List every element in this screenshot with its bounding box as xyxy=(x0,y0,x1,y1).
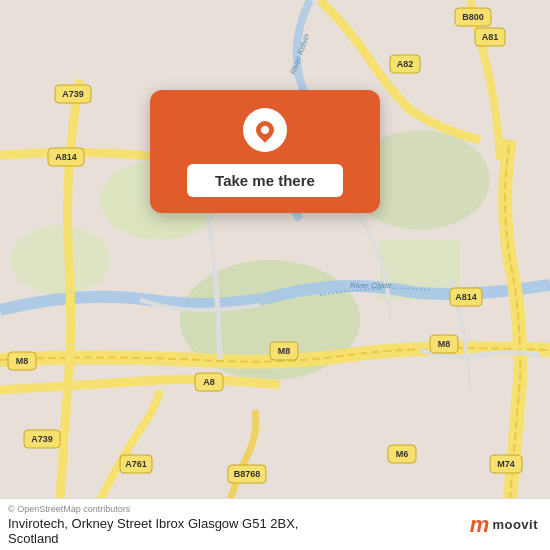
moovit-brand-name: moovit xyxy=(492,517,538,532)
map-background[interactable]: A739 A814 A82 A81 B800 M8 M8 M8 xyxy=(0,0,550,500)
svg-text:M74: M74 xyxy=(497,459,515,469)
location-address: Invirotech, Orkney Street Ibrox Glasgow … xyxy=(8,516,298,531)
location-region: Scotland xyxy=(8,531,298,546)
svg-text:A739: A739 xyxy=(31,434,53,444)
svg-text:A814: A814 xyxy=(455,292,477,302)
svg-point-5 xyxy=(10,225,110,295)
bottom-bar: © OpenStreetMap contributors Invirotech,… xyxy=(0,498,550,550)
svg-text:River Clyde: River Clyde xyxy=(350,281,392,290)
svg-text:A761: A761 xyxy=(125,459,147,469)
svg-text:M8: M8 xyxy=(16,356,29,366)
svg-text:M8: M8 xyxy=(278,346,291,356)
svg-text:A814: A814 xyxy=(55,152,77,162)
svg-text:A8: A8 xyxy=(203,377,215,387)
svg-text:A739: A739 xyxy=(62,89,84,99)
svg-text:A81: A81 xyxy=(482,32,499,42)
moovit-logo: m moovit xyxy=(470,514,538,536)
svg-text:B800: B800 xyxy=(462,12,484,22)
map-container: A739 A814 A82 A81 B800 M8 M8 M8 xyxy=(0,0,550,550)
svg-text:M8: M8 xyxy=(438,339,451,349)
take-me-there-button[interactable]: Take me there xyxy=(187,164,343,197)
moovit-m-icon: m xyxy=(470,514,490,536)
svg-text:A82: A82 xyxy=(397,59,414,69)
address-area: © OpenStreetMap contributors Invirotech,… xyxy=(8,504,298,546)
pin-icon xyxy=(243,108,287,152)
svg-text:M6: M6 xyxy=(396,449,409,459)
osm-attribution: © OpenStreetMap contributors xyxy=(8,504,298,514)
location-card: Take me there xyxy=(150,90,380,213)
svg-text:B8768: B8768 xyxy=(234,469,261,479)
pin-marker xyxy=(252,117,277,142)
